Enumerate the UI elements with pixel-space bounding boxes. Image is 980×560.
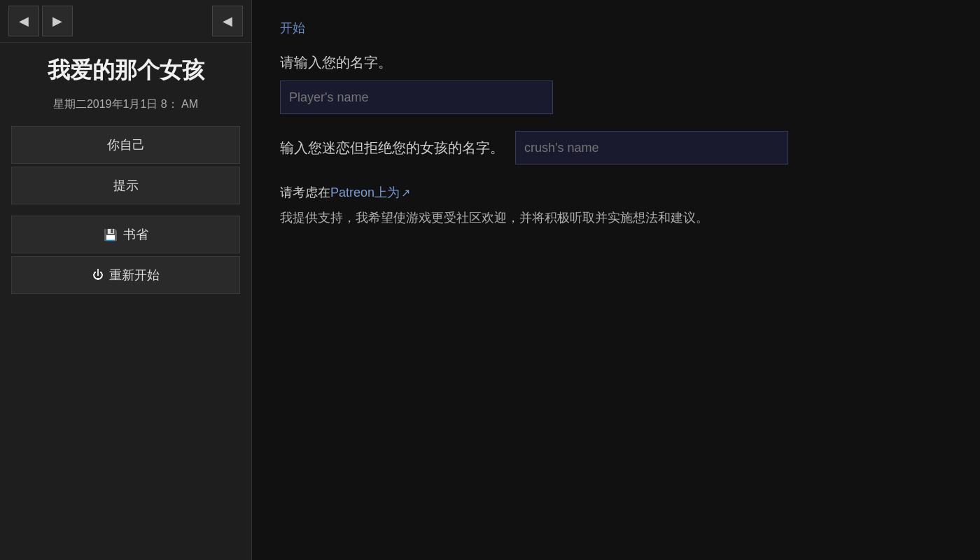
patreon-line: 请考虑在 Patreon上为 ↗ [280, 184, 952, 201]
nav-bar: ◀ ▶ ◀ [0, 0, 251, 43]
sidebar: ◀ ▶ ◀ 我爱的那个女孩 星期二2019年1月1日 8： AM 你自己 提示 … [0, 0, 252, 560]
game-title: 我爱的那个女孩 [0, 43, 251, 90]
crush-name-input[interactable] [515, 131, 788, 164]
self-button[interactable]: 你自己 [11, 126, 240, 164]
breadcrumb[interactable]: 开始 [280, 0, 952, 53]
player-name-label: 请输入您的名字。 [280, 53, 952, 72]
game-date: 星期二2019年1月1日 8： AM [0, 90, 251, 126]
save-icon: 💾 [104, 228, 118, 241]
restart-icon: ⏻ [92, 269, 104, 281]
external-link-icon: ↗ [401, 186, 410, 200]
restart-button[interactable]: ⏻ 重新开始 [11, 256, 240, 294]
save-button[interactable]: 💾 书省 [11, 216, 240, 253]
sidebar-menu: 你自己 提示 💾 书省 ⏻ 重新开始 [0, 126, 251, 297]
back-button[interactable]: ◀ [8, 6, 39, 36]
patreon-link[interactable]: Patreon上为 [330, 184, 400, 201]
support-text: 我提供支持，我希望使游戏更受社区欢迎，并将积极听取并实施想法和建议。 [280, 208, 952, 228]
save-label: 书省 [123, 226, 148, 243]
restart-label: 重新开始 [109, 267, 160, 284]
collapse-button[interactable]: ◀ [212, 6, 243, 36]
main-content: 开始 请输入您的名字。 输入您迷恋但拒绝您的女孩的名字。 请考虑在 Patreo… [252, 0, 980, 560]
patreon-prefix: 请考虑在 [280, 184, 330, 201]
hint-button[interactable]: 提示 [11, 167, 240, 204]
player-name-input[interactable] [280, 80, 553, 114]
crush-label: 输入您迷恋但拒绝您的女孩的名字。 [280, 139, 504, 158]
crush-row: 输入您迷恋但拒绝您的女孩的名字。 [280, 131, 952, 164]
forward-button[interactable]: ▶ [42, 6, 73, 36]
